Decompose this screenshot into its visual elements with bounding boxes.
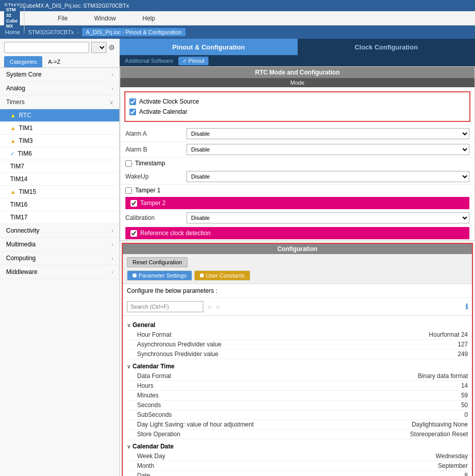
breadcrumb-home[interactable]: Home	[5, 29, 20, 35]
circle-icon1: ○	[207, 303, 212, 311]
data-format-row: Data Format Binary data format	[127, 371, 468, 381]
tab-pinout-config[interactable]: Pinout & Configuration	[120, 39, 298, 55]
tamper2-checkbox[interactable]	[130, 200, 137, 207]
tamper2-label: Tamper 2	[140, 199, 166, 207]
tamper1-label: Tamper 1	[135, 187, 161, 194]
alarm-a-label: Alarm A	[125, 130, 187, 137]
timer-item-tim15[interactable]: ▲ TIM15	[0, 186, 119, 198]
timer-item-tim14[interactable]: TIM14	[0, 173, 119, 186]
calibration-select[interactable]: Disable	[187, 212, 469, 223]
timestamp-checkbox[interactable]	[125, 160, 132, 167]
rtc-label: RTC	[19, 112, 31, 119]
calendar-time-label: Calendar Time	[133, 363, 174, 370]
chevron-down-icon: ∨	[110, 99, 113, 105]
search-dropdown[interactable]	[91, 42, 107, 53]
tim14-label: TIM14	[10, 176, 28, 183]
sidebar-item-system-core[interactable]: System Core ›	[0, 68, 119, 82]
sidebar-item-analog[interactable]: Analog ›	[0, 82, 119, 95]
connectivity-label: Connectivity	[6, 227, 39, 234]
seconds-name: Seconds	[137, 402, 366, 409]
alarm-a-select[interactable]: Disable	[187, 128, 469, 139]
reset-config-button[interactable]: Reset Configuration	[127, 257, 188, 267]
sidebar-item-connectivity[interactable]: Connectivity ›	[0, 224, 119, 238]
gear-icon[interactable]: ⚙	[109, 43, 115, 52]
alarm-b-row: Alarm B Disable	[120, 142, 474, 158]
timer-item-tim7[interactable]: TIM7	[0, 160, 119, 173]
param-search-input[interactable]	[127, 301, 203, 312]
alarm-b-label: Alarm B	[125, 146, 187, 153]
timers-label: Timers	[6, 98, 24, 106]
menu-file[interactable]: File	[55, 14, 71, 23]
logo-box: STM32CubeMX	[4, 6, 20, 30]
chevron-right-icon: ›	[112, 72, 113, 78]
search-input[interactable]	[4, 42, 89, 53]
title-bar: STM32CubeMX A_DIS_Prj.ioc: STM32G070CBTx	[0, 0, 475, 11]
sub-tab-additional[interactable]: Additional Software	[125, 58, 173, 64]
store-operation-row: Store Operation Storeoperation Reset	[127, 430, 468, 439]
tab-user-constants[interactable]: User Constants	[194, 270, 250, 281]
menu-help[interactable]: Help	[140, 14, 159, 23]
calendar-date-header[interactable]: ∨ Calendar Date	[127, 441, 468, 452]
sidebar-item-computing[interactable]: Computing ›	[0, 252, 119, 265]
general-label: General	[133, 321, 155, 329]
tim3-label: TIM3	[19, 137, 33, 144]
activate-clock-source-checkbox[interactable]	[129, 98, 136, 105]
tab-clock-config[interactable]: Clock Configuration	[298, 39, 476, 55]
calendar-time-header[interactable]: ∨ Calendar Time	[127, 361, 468, 371]
ref-clock-label: Reference clock detection	[140, 230, 210, 237]
system-core-label: System Core	[6, 71, 41, 78]
tamper1-checkbox[interactable]	[125, 187, 132, 194]
timestamp-label: Timestamp	[135, 160, 165, 167]
sidebar-item-timers[interactable]: Timers ∨	[0, 95, 119, 109]
timer-item-tim1[interactable]: ▲ TIM1	[0, 122, 119, 135]
date-row: Date 8	[127, 471, 468, 476]
tab-az[interactable]: A->Z	[42, 56, 66, 67]
minutes-name: Minutes	[137, 392, 366, 399]
timer-item-rtc[interactable]: ▲ RTC	[0, 109, 119, 122]
alarm-b-select[interactable]: Disable	[187, 144, 469, 155]
tab-parameter-settings[interactable]: Parameter Settings	[127, 270, 192, 281]
menu-items: File Window Help	[24, 14, 159, 23]
store-operation-name: Store Operation	[137, 431, 366, 438]
sidebar-item-multimedia[interactable]: Multimedia ›	[0, 238, 119, 252]
configure-text-label: Configure the below parameters :	[127, 287, 217, 294]
tim7-label: TIM7	[10, 163, 24, 170]
ref-clock-row: Reference clock detection	[125, 227, 469, 239]
wakeup-select[interactable]: Disable	[187, 171, 469, 182]
timer-item-tim3[interactable]: ▲ TIM3	[0, 135, 119, 147]
ref-clock-checkbox[interactable]	[130, 230, 137, 237]
chevron-right-icon: ›	[112, 242, 113, 247]
param-tabs: Parameter Settings User Constants	[127, 270, 468, 281]
tab-categories[interactable]: Categories	[4, 56, 42, 67]
general-header[interactable]: ∨ General	[127, 320, 468, 330]
activate-calendar-checkbox[interactable]	[129, 109, 136, 115]
calendar-date-label: Calendar Date	[133, 443, 174, 450]
warn-icon: ▲	[10, 189, 16, 195]
wakeup-row: WakeUp Disable	[120, 169, 474, 185]
sidebar-item-middleware[interactable]: Middleware ›	[0, 265, 119, 279]
date-value: 8	[366, 472, 468, 476]
timer-item-tim6[interactable]: ✓ TIM6	[0, 147, 119, 160]
data-format-name: Data Format	[137, 372, 366, 380]
menu-window[interactable]: Window	[91, 14, 119, 23]
breadcrumb-current[interactable]: A_DIS_Prj.ioc · Pinout & Configuration	[82, 28, 186, 36]
breadcrumb-device[interactable]: STM32G070CBTx	[28, 29, 74, 35]
timer-item-tim17[interactable]: TIM17	[0, 211, 119, 224]
param-settings-label: Parameter Settings	[139, 272, 187, 279]
section-header: RTC Mode and Configuration	[120, 67, 474, 78]
activate-clock-source-row: Activate Clock Source	[129, 96, 465, 107]
tim15-label: TIM15	[19, 188, 36, 195]
timer-item-tim16[interactable]: TIM16	[0, 198, 119, 211]
daylightsaving-name: Day Light Saving: value of hour adjustme…	[137, 421, 366, 428]
hours-name: Hours	[137, 382, 366, 389]
data-format-value: Binary data format	[366, 372, 468, 380]
param-group-general: ∨ General Hour Format Hourformat 24 Asyn…	[127, 320, 468, 359]
wakeup-label: WakeUp	[125, 173, 187, 180]
check-icon: ✓	[10, 151, 15, 157]
config-section-header: Configuration	[123, 244, 472, 254]
month-value: September	[366, 462, 468, 469]
sub-tab-pinout[interactable]: ✓ Pinout	[178, 57, 208, 65]
sub-tabs: Additional Software ✓ Pinout	[120, 55, 475, 66]
rtc-mode-panel: RTC Mode and Configuration Mode Activate…	[120, 66, 475, 241]
computing-label: Computing	[6, 255, 36, 262]
